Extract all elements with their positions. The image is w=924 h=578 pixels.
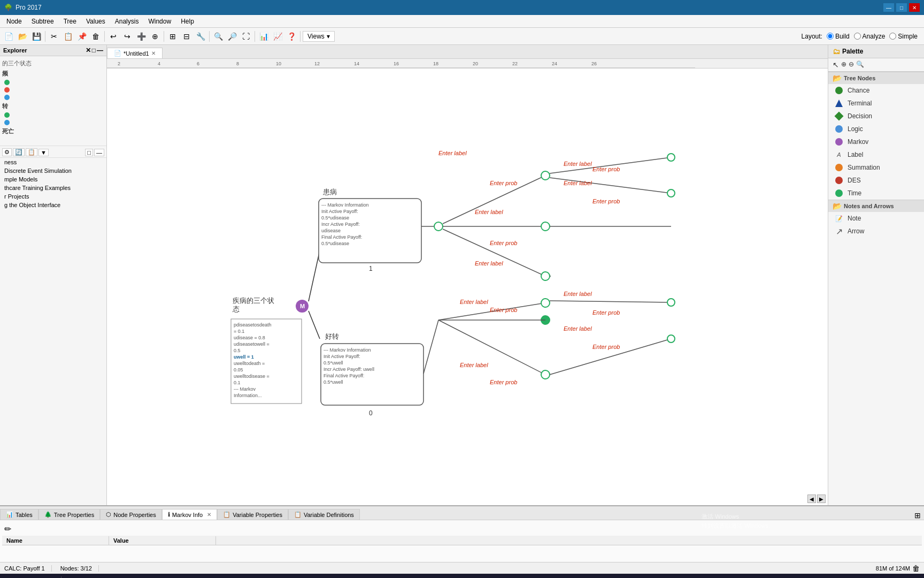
layout-simple[interactable]: Simple xyxy=(889,33,918,40)
tb-zoom-out[interactable]: 🔎 xyxy=(226,30,238,43)
close-button[interactable]: ✕ xyxy=(909,3,920,12)
tb-save[interactable]: 💾 xyxy=(30,30,43,43)
palette-item-summation[interactable]: Summation xyxy=(828,161,924,174)
minimize-button[interactable]: — xyxy=(883,3,894,12)
tab-markov-close[interactable]: ✕ xyxy=(207,512,211,518)
tb-analyze[interactable]: 📊 xyxy=(257,30,270,43)
doc-tab-untitled[interactable]: 📄 *Untitled1 ✕ xyxy=(107,48,163,58)
menu-help[interactable]: Help xyxy=(176,17,198,26)
palette-zoom-in[interactable]: ⊕ xyxy=(841,60,846,69)
tb-expand[interactable]: ⊞ xyxy=(166,30,179,43)
palette-item-decision[interactable]: Decision xyxy=(828,110,924,123)
bottom-panel-expand[interactable]: ⊞ xyxy=(911,511,924,520)
sidebar-item-1[interactable] xyxy=(0,79,106,86)
sidebar-item-2[interactable] xyxy=(0,86,106,94)
tb-delete[interactable]: 🗑 xyxy=(89,30,102,43)
tb-fit[interactable]: ⛶ xyxy=(240,30,252,43)
sidebar-tree-simple[interactable]: mple Models xyxy=(0,175,106,184)
sidebar-item-3[interactable] xyxy=(0,94,106,101)
sidebar-item-5[interactable] xyxy=(0,119,106,126)
menu-window[interactable]: Window xyxy=(144,17,175,26)
sidebar-minimize-icon[interactable]: — xyxy=(97,47,103,54)
sidebar-tree-object[interactable]: g the Object Interface xyxy=(0,201,106,209)
palette-item-des[interactable]: DES xyxy=(828,174,924,187)
task-cortana[interactable]: 🌐 xyxy=(41,575,60,578)
ill-info-4: Incr Active Payoff: xyxy=(321,222,360,227)
tb-new[interactable]: 📄 xyxy=(2,30,15,43)
sb-ctrl-5[interactable]: □ xyxy=(85,149,93,156)
tab-markov-info[interactable]: ℹ Markov Info ✕ xyxy=(162,509,217,520)
palette-zoom-out[interactable]: ⊖ xyxy=(849,60,854,69)
sidebar-expand-icon[interactable]: □ xyxy=(92,47,96,54)
menu-tree[interactable]: Tree xyxy=(59,17,81,26)
sidebar-close-icon[interactable]: ✕ xyxy=(86,47,91,54)
palette-item-chance[interactable]: Chance xyxy=(828,84,924,97)
tree-item-object: g the Object Interface xyxy=(4,202,60,208)
task-search[interactable]: 🔍 xyxy=(21,575,41,578)
summation-circle xyxy=(835,164,843,171)
tb-copy[interactable]: 📋 xyxy=(61,30,74,43)
layout-analyze[interactable]: Analyze xyxy=(854,33,886,40)
task-explorer[interactable]: 📁 xyxy=(82,575,101,578)
start-button[interactable]: ⊞ xyxy=(2,575,21,578)
maximize-button[interactable]: □ xyxy=(896,3,907,12)
task-app[interactable]: 🌳 xyxy=(140,575,159,578)
tb-paste[interactable]: 📌 xyxy=(75,30,88,43)
palette-item-label[interactable]: A Label xyxy=(828,148,924,161)
scroll-controls[interactable]: ◀ ▶ xyxy=(807,495,826,503)
tab-tables[interactable]: 📊 Tables xyxy=(0,509,38,520)
sidebar-tree-projects[interactable]: r Projects xyxy=(0,192,106,201)
tab-variable-definitions[interactable]: 📋 Variable Definitions xyxy=(288,509,360,520)
canvas-scroll[interactable]: 疾病的三个状 态 M 患病 --- xyxy=(107,69,828,505)
tab-var-defs-label: Variable Definitions xyxy=(304,512,354,518)
tb-undo[interactable]: ↩ xyxy=(107,30,120,43)
palette-item-time[interactable]: Time xyxy=(828,187,924,200)
views-dropdown[interactable]: Views ▾ xyxy=(303,31,335,42)
palette-item-arrow[interactable]: ↗ Arrow xyxy=(828,225,924,238)
tb-format[interactable]: 🔧 xyxy=(194,30,207,43)
scroll-left[interactable]: ◀ xyxy=(807,495,816,503)
palette-cursor[interactable]: ↖ xyxy=(833,60,839,69)
tb-collapse[interactable]: ⊟ xyxy=(180,30,193,43)
task-mail[interactable]: ✉ xyxy=(120,575,140,578)
terminal-icon xyxy=(835,99,843,108)
layout-build[interactable]: Build xyxy=(827,33,850,40)
scroll-right[interactable]: ▶ xyxy=(817,495,826,503)
palette-zoom-reset[interactable]: 🔍 xyxy=(856,60,864,69)
status-clear-icon[interactable]: 🗑 xyxy=(912,564,920,573)
sidebar-tree-healthcare[interactable]: thcare Training Examples xyxy=(0,184,106,192)
sb-ctrl-3[interactable]: 📋 xyxy=(26,148,37,156)
task-ie[interactable]: e xyxy=(63,575,82,578)
sb-ctrl-6[interactable]: — xyxy=(94,149,104,156)
doc-tab-close-btn[interactable]: ✕ xyxy=(151,50,156,56)
menu-node[interactable]: Node xyxy=(2,17,26,26)
tb-zoom-in[interactable]: 🔍 xyxy=(212,30,225,43)
palette-item-markov[interactable]: Markov xyxy=(828,135,924,148)
canvas-area[interactable]: 2 4 6 8 10 12 14 16 18 20 22 24 26 xyxy=(107,59,828,505)
tb-open[interactable]: 📂 xyxy=(16,30,29,43)
sidebar-tree-des[interactable]: Discrete Event Simulation xyxy=(0,166,106,175)
menu-subtree[interactable]: Subtree xyxy=(27,17,58,26)
palette-item-logic[interactable]: Logic xyxy=(828,123,924,135)
menu-analysis[interactable]: Analysis xyxy=(111,17,143,26)
tb-cut[interactable]: ✂ xyxy=(48,30,60,43)
tab-tree-properties[interactable]: 🌲 Tree Properties xyxy=(38,509,100,520)
sb-ctrl-1[interactable]: ⚙ xyxy=(2,148,12,156)
sidebar-item-4[interactable] xyxy=(0,111,106,119)
sb-ctrl-4[interactable]: ▼ xyxy=(38,149,49,156)
palette-item-note[interactable]: 📝 Note xyxy=(828,212,924,225)
tab-node-properties[interactable]: ⬡ Node Properties xyxy=(100,509,162,520)
tab-variable-properties[interactable]: 📋 Variable Properties xyxy=(217,509,288,520)
menu-values[interactable]: Values xyxy=(82,17,110,26)
tb-help[interactable]: ❓ xyxy=(285,30,298,43)
task-edge[interactable]: 🌐 xyxy=(101,575,120,578)
palette-item-terminal[interactable]: Terminal xyxy=(828,97,924,110)
tb-add-child[interactable]: ➕ xyxy=(135,30,148,43)
bottom-content: ✏ Name Value xyxy=(0,520,924,562)
sidebar-tree-ness[interactable]: ness xyxy=(0,158,106,166)
tb-redo[interactable]: ↪ xyxy=(121,30,134,43)
tb-sensitivity[interactable]: 📈 xyxy=(271,30,284,43)
sb-ctrl-2[interactable]: 🔄 xyxy=(13,148,25,156)
tb-add-sibling[interactable]: ⊕ xyxy=(149,30,161,43)
edit-icon[interactable]: ✏ xyxy=(4,524,11,534)
